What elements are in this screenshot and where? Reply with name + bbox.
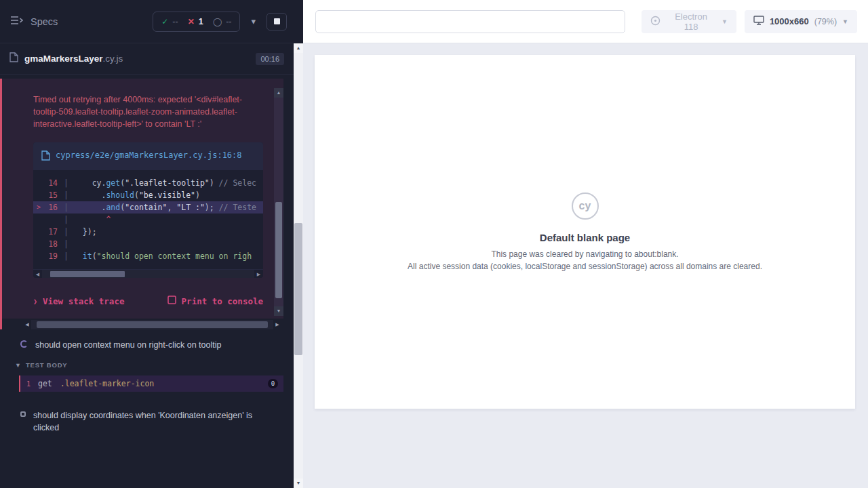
scroll-left-icon[interactable]: ◀ [33,270,42,279]
stat-passed: ✓ -- [161,17,178,26]
spec-file-icon [9,52,18,65]
code-frame: cypress/e2e/gmaMarkersLayer.cy.js:16:8 1… [33,142,263,278]
scrollbar-thumb[interactable] [37,321,268,328]
queued-icon [20,411,26,417]
blank-page-title: Default blank page [408,232,762,243]
print-console-label: Print to console [182,296,263,306]
code-line: 17| }); [33,226,263,238]
code-frame-filename: cypress/e2e/gmaMarkersLayer.cy.js:16:8 [56,149,242,162]
collapse-runs-button[interactable]: ▾ [247,15,260,28]
url-input[interactable] [315,10,625,33]
viewport-scale: (79%) [814,17,837,26]
chevron-right-icon: ❯ [33,298,37,305]
electron-icon [650,16,660,28]
aut-frame: cy Default blank page This page was clea… [315,55,855,409]
reporter-panel: Specs ✓ -- ✕ 1 ◯ -- [0,0,294,488]
spinner-icon [20,340,28,348]
blank-page-line1: This page was cleared by navigating to a… [408,249,762,259]
scroll-right-icon[interactable]: ▶ [273,322,281,327]
code-frame-file-link[interactable]: cypress/e2e/gmaMarkersLayer.cy.js:16:8 [33,142,263,170]
command-name: get [38,379,52,388]
command-message: .leaflet-marker-icon [60,379,268,388]
test-row-queued[interactable]: should display coordinates when 'Koordin… [0,400,294,441]
code-line: 14| cy.get(".leaflet-tooltip") // Selec [33,177,263,189]
specs-label: Specs [31,16,58,27]
scroll-up-icon[interactable]: ▲ [294,43,303,53]
spec-row[interactable]: gmaMarkersLayer.cy.js 00:16 [0,43,294,75]
viewport-size: 1000x660 [770,16,809,26]
passed-count: -- [172,17,178,26]
app-window: Specs ✓ -- ✕ 1 ◯ -- [0,0,868,488]
scroll-right-icon[interactable]: ▶ [254,270,263,279]
code-file-icon [41,149,50,163]
command-number: 1 [26,380,38,388]
chevron-down-icon: ▼ [722,18,728,25]
scrollbar-track[interactable] [31,320,273,329]
view-stack-trace-link[interactable]: ❯ View stack trace [33,296,124,306]
code-horizontal-scrollbar: ◀ ▶ [33,269,263,278]
header-controls: ✓ -- ✕ 1 ◯ -- ▾ [153,12,287,32]
cross-icon: ✕ [188,17,195,26]
command-badge: 0 [268,379,278,388]
scrollbar-header-cap [294,0,303,43]
spec-ext: .cy.js [103,54,123,64]
scrollbar-track[interactable] [42,270,254,279]
blank-page-content: cy Default blank page This page was clea… [408,192,762,271]
code-line: 18| [33,238,263,250]
error-vertical-scrollbar: ▲ ▼ [274,88,283,316]
error-actions: ❯ View stack trace Print to console [33,296,263,306]
specs-nav[interactable]: Specs [11,16,58,28]
command-log-row[interactable]: 1 get .leaflet-marker-icon 0 [19,375,283,392]
caret-down-icon: ▼ [15,362,21,369]
reporter-body: Timed out retrying after 4000ms: expecte… [0,75,294,488]
stat-failed: ✕ 1 [188,17,203,26]
chevron-down-icon: ▼ [842,18,848,25]
code-line: >16| .and("contain", "LT :"); // Teste [33,201,263,214]
aut-stage: cy Default blank page This page was clea… [303,43,868,488]
code-line: 15| .should("be.visible") [33,189,263,201]
reporter-header: Specs ✓ -- ✕ 1 ◯ -- [0,0,294,43]
reporter-vertical-scrollbar: ▲ ▼ [294,0,303,488]
specs-menu-icon [11,16,23,28]
run-stats: ✓ -- ✕ 1 ◯ -- [153,12,240,32]
failed-test-block: Timed out retrying after 4000ms: expecte… [0,79,294,329]
scrollbar-thumb[interactable] [50,271,125,277]
error-message: Timed out retrying after 4000ms: expecte… [33,94,257,130]
check-icon: ✓ [161,17,168,26]
print-console-icon [167,296,176,306]
test-body-toggle[interactable]: ▼ TEST BODY [0,358,294,374]
print-to-console-link[interactable]: Print to console [167,296,263,306]
blank-page-line2: All active session data (cookies, localS… [408,262,762,271]
scrollbar-thumb[interactable] [294,223,302,355]
runner-panel: Electron 118 ▼ 1000x660 (79%) ▼ cy [303,0,868,488]
test-body-label: TEST BODY [26,361,68,369]
spec-name: gmaMarkersLayer.cy.js [24,54,123,64]
test-title: should display coordinates when 'Koordin… [33,409,267,434]
code-line: 19| it("should open context menu on righ [33,250,263,262]
viewport-icon [753,16,764,27]
reporter-horizontal-scrollbar: ◀ ▶ [23,320,281,329]
browser-select-button[interactable]: Electron 118 ▼ [642,10,736,33]
scroll-down-icon[interactable]: ▼ [294,479,303,488]
stack-trace-label: View stack trace [43,296,124,306]
failed-count: 1 [199,17,203,26]
cypress-logo: cy [572,192,599,220]
browser-label: Electron 118 [667,12,715,32]
code-line: | ^ [33,214,263,226]
stop-button[interactable] [267,13,287,30]
scrollbar-track[interactable] [274,98,283,306]
runner-header: Electron 118 ▼ 1000x660 (79%) ▼ [303,0,868,43]
scrollbar-track[interactable] [294,53,303,479]
test-row-running[interactable]: should open context menu on right-click … [0,329,294,358]
test-error-panel: Timed out retrying after 4000ms: expecte… [2,79,283,319]
scroll-down-icon[interactable]: ▼ [274,306,283,316]
scroll-up-icon[interactable]: ▲ [274,88,283,98]
stat-pending: ◯ -- [213,17,232,26]
viewport-button[interactable]: 1000x660 (79%) ▼ [745,10,857,33]
pending-icon: ◯ [213,17,222,26]
chevron-down-icon: ▾ [251,16,256,26]
scroll-left-icon[interactable]: ◀ [23,322,31,327]
pending-count: -- [226,17,231,26]
stop-icon [274,18,280,24]
scrollbar-thumb[interactable] [275,202,282,298]
